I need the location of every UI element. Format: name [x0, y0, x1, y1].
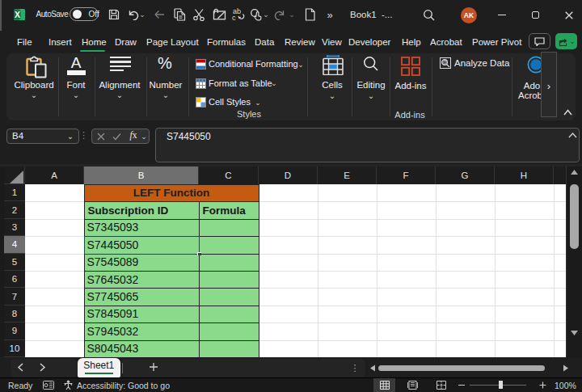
svg-text:X: X	[14, 10, 19, 19]
svg-text:@: @	[442, 59, 448, 65]
svg-text:c: c	[232, 14, 236, 22]
